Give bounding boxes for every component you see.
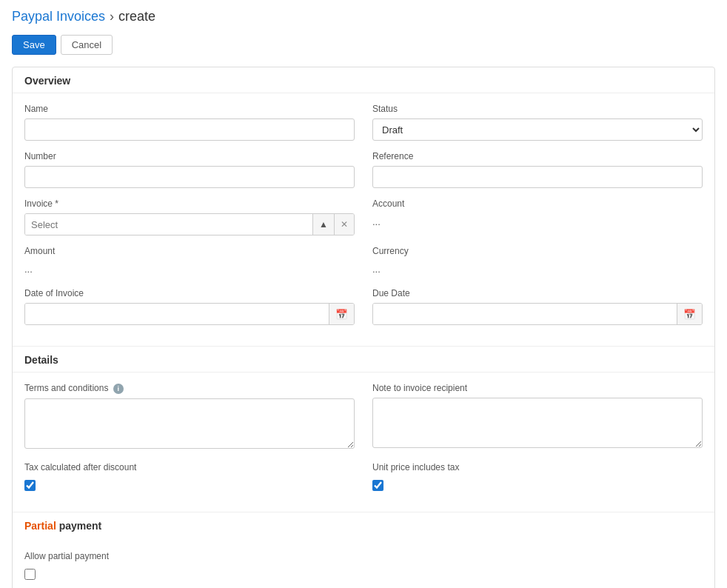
dates-row: Date of Invoice 📅 Due Date 📅 bbox=[24, 288, 703, 325]
date-invoice-label: Date of Invoice bbox=[24, 288, 355, 298]
overview-section-body: Name Status Draft Sent Paid Cancelled Nu… bbox=[13, 93, 714, 346]
invoice-select-input[interactable] bbox=[25, 214, 312, 235]
note-label: Note to invoice recipient bbox=[372, 383, 703, 393]
note-textarea[interactable] bbox=[372, 398, 703, 448]
invoice-select-wrapper: ▲ ✕ bbox=[24, 213, 355, 235]
currency-group: Currency ... bbox=[372, 246, 703, 278]
invoice-account-row: Invoice * ▲ ✕ Account ... bbox=[24, 198, 703, 235]
tax-group: Tax calculated after discount bbox=[24, 459, 355, 491]
tax-checkbox[interactable] bbox=[24, 480, 36, 491]
amount-currency-row: Amount ... Currency ... bbox=[24, 246, 703, 278]
currency-value: ... bbox=[372, 261, 703, 278]
number-reference-row: Number Reference bbox=[24, 151, 703, 188]
terms-note-row: Terms and conditions i Note to invoice r… bbox=[24, 383, 703, 449]
terms-label: Terms and conditions i bbox=[24, 383, 355, 394]
invoice-group: Invoice * ▲ ✕ bbox=[24, 198, 355, 235]
amount-label: Amount bbox=[24, 246, 355, 256]
amount-group: Amount ... bbox=[24, 246, 355, 278]
account-value: ... bbox=[372, 213, 703, 230]
terms-group: Terms and conditions i bbox=[24, 383, 355, 449]
number-label: Number bbox=[24, 151, 355, 161]
currency-label: Currency bbox=[372, 246, 703, 256]
number-input[interactable] bbox=[24, 166, 355, 188]
tax-checkbox-row: Tax calculated after discount bbox=[24, 462, 355, 491]
calendar-icon-due: 📅 bbox=[683, 309, 696, 320]
partial-title-rest: payment bbox=[59, 520, 102, 532]
date-invoice-input[interactable] bbox=[25, 304, 329, 324]
details-section-body: Terms and conditions i Note to invoice r… bbox=[13, 372, 714, 512]
name-label: Name bbox=[24, 104, 355, 114]
partial-section-body: Allow partial payment bbox=[13, 538, 714, 588]
date-invoice-group: Date of Invoice 📅 bbox=[24, 288, 355, 325]
due-date-calendar-button[interactable]: 📅 bbox=[677, 304, 702, 324]
due-date-group: Due Date 📅 bbox=[372, 288, 703, 325]
note-group: Note to invoice recipient bbox=[372, 383, 703, 449]
reference-group: Reference bbox=[372, 151, 703, 188]
due-date-label: Due Date bbox=[372, 288, 703, 298]
date-invoice-calendar-button[interactable]: 📅 bbox=[329, 304, 354, 324]
unit-price-checkbox-row: Unit price includes tax bbox=[372, 462, 703, 491]
unit-price-checkbox[interactable] bbox=[372, 480, 383, 491]
breadcrumb-separator: › bbox=[110, 9, 114, 24]
toolbar: Save Cancel bbox=[12, 35, 715, 55]
clear-icon: ✕ bbox=[341, 219, 348, 230]
amount-value: ... bbox=[24, 261, 355, 278]
checkboxes-row: Tax calculated after discount Unit price… bbox=[24, 459, 703, 491]
breadcrumb-link[interactable]: Paypal Invoices bbox=[12, 9, 105, 24]
due-date-input[interactable] bbox=[373, 304, 677, 324]
allow-partial-label: Allow partial payment bbox=[24, 551, 703, 561]
account-label: Account bbox=[372, 198, 703, 209]
tax-label: Tax calculated after discount bbox=[24, 462, 355, 472]
name-group: Name bbox=[24, 104, 355, 141]
form-card: Overview Name Status Draft Sent Paid Can… bbox=[12, 67, 715, 588]
invoice-clear-button[interactable]: ✕ bbox=[334, 214, 354, 235]
unit-price-label: Unit price includes tax bbox=[372, 462, 703, 472]
status-select[interactable]: Draft Sent Paid Cancelled bbox=[372, 118, 703, 141]
allow-partial-checkbox[interactable] bbox=[24, 569, 36, 580]
breadcrumb-current: create bbox=[118, 9, 155, 24]
reference-label: Reference bbox=[372, 151, 703, 161]
invoice-label: Invoice * bbox=[24, 198, 355, 209]
details-section-header: Details bbox=[13, 347, 714, 372]
overview-section-header: Overview bbox=[13, 67, 714, 93]
status-group: Status Draft Sent Paid Cancelled bbox=[372, 104, 703, 141]
chevron-up-icon: ▲ bbox=[319, 219, 328, 230]
terms-info-icon: i bbox=[113, 384, 124, 394]
due-date-wrapper: 📅 bbox=[372, 303, 703, 325]
cancel-button[interactable]: Cancel bbox=[61, 35, 113, 55]
status-label: Status bbox=[372, 104, 703, 114]
invoice-expand-button[interactable]: ▲ bbox=[312, 214, 334, 235]
account-group: Account ... bbox=[372, 198, 703, 235]
unit-price-group: Unit price includes tax bbox=[372, 459, 703, 491]
calendar-icon: 📅 bbox=[335, 309, 348, 320]
partial-section-header: Partial payment bbox=[13, 512, 714, 538]
breadcrumb: Paypal Invoices › create bbox=[12, 9, 715, 24]
reference-input[interactable] bbox=[372, 166, 703, 188]
name-status-row: Name Status Draft Sent Paid Cancelled bbox=[24, 104, 703, 141]
partial-title-highlight: Partial bbox=[24, 520, 56, 532]
number-group: Number bbox=[24, 151, 355, 188]
terms-textarea[interactable] bbox=[24, 398, 355, 449]
name-input[interactable] bbox=[24, 118, 355, 141]
save-button[interactable]: Save bbox=[12, 35, 56, 55]
allow-partial-row: Allow partial payment bbox=[24, 551, 703, 580]
date-invoice-wrapper: 📅 bbox=[24, 303, 355, 325]
